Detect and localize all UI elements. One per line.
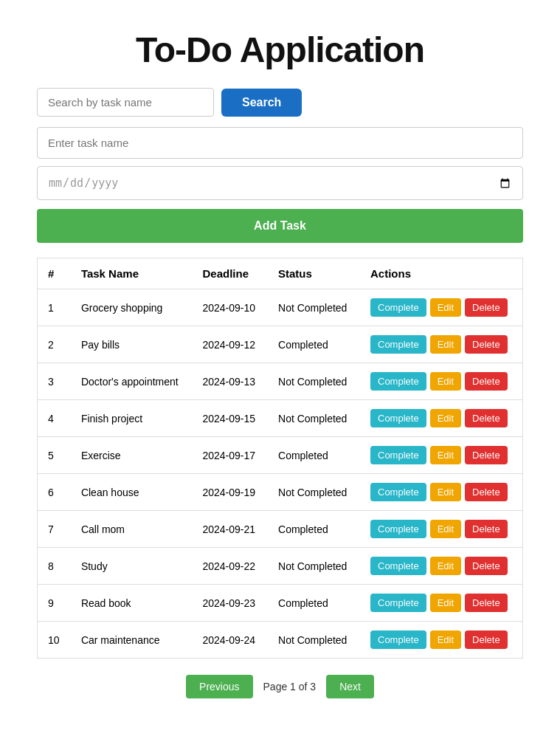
row-actions: CompleteEditDelete	[360, 289, 523, 326]
actions-cell: CompleteEditDelete	[370, 446, 512, 464]
row-task-name: Study	[71, 548, 193, 585]
complete-button[interactable]: Complete	[370, 483, 426, 501]
row-status: Not Completed	[268, 400, 360, 437]
complete-button[interactable]: Complete	[370, 630, 426, 649]
col-header-task: Task Name	[71, 258, 193, 289]
table-header-row: # Task Name Deadline Status Actions	[38, 258, 523, 289]
row-deadline: 2024-09-21	[192, 511, 268, 548]
row-task-name: Pay bills	[71, 326, 193, 363]
row-actions: CompleteEditDelete	[360, 474, 523, 511]
row-actions: CompleteEditDelete	[360, 548, 523, 585]
complete-button[interactable]: Complete	[370, 298, 426, 317]
row-deadline: 2024-09-13	[192, 363, 268, 400]
delete-button[interactable]: Delete	[465, 409, 508, 427]
actions-cell: CompleteEditDelete	[370, 630, 512, 649]
table-row: 5Exercise2024-09-17CompletedCompleteEdit…	[38, 437, 523, 474]
row-status: Completed	[268, 326, 360, 363]
page-title: To-Do Application	[37, 30, 523, 70]
row-actions: CompleteEditDelete	[360, 622, 523, 659]
row-number: 8	[38, 548, 71, 585]
complete-button[interactable]: Complete	[370, 557, 426, 575]
table-row: 1Grocery shopping2024-09-10Not Completed…	[38, 289, 523, 326]
row-status: Not Completed	[268, 548, 360, 585]
pagination: Previous Page 1 of 3 Next	[37, 675, 523, 698]
edit-button[interactable]: Edit	[430, 298, 461, 317]
row-actions: CompleteEditDelete	[360, 511, 523, 548]
edit-button[interactable]: Edit	[430, 446, 461, 464]
edit-button[interactable]: Edit	[430, 557, 461, 575]
row-actions: CompleteEditDelete	[360, 326, 523, 363]
table-row: 10Car maintenance2024-09-24Not Completed…	[38, 622, 523, 659]
table-row: 2Pay bills2024-09-12CompletedCompleteEdi…	[38, 326, 523, 363]
row-status: Completed	[268, 511, 360, 548]
actions-cell: CompleteEditDelete	[370, 335, 512, 354]
row-actions: CompleteEditDelete	[360, 363, 523, 400]
row-number: 4	[38, 400, 71, 437]
row-deadline: 2024-09-22	[192, 548, 268, 585]
edit-button[interactable]: Edit	[430, 594, 461, 612]
row-status: Not Completed	[268, 622, 360, 659]
complete-button[interactable]: Complete	[370, 594, 426, 612]
delete-button[interactable]: Delete	[465, 520, 508, 538]
row-deadline: 2024-09-17	[192, 437, 268, 474]
row-number: 7	[38, 511, 71, 548]
delete-button[interactable]: Delete	[465, 372, 508, 391]
search-input[interactable]	[37, 88, 214, 117]
task-table: # Task Name Deadline Status Actions 1Gro…	[37, 258, 523, 659]
row-deadline: 2024-09-24	[192, 622, 268, 659]
row-status: Not Completed	[268, 289, 360, 326]
row-number: 3	[38, 363, 71, 400]
complete-button[interactable]: Complete	[370, 520, 426, 538]
table-row: 6Clean house2024-09-19Not CompletedCompl…	[38, 474, 523, 511]
actions-cell: CompleteEditDelete	[370, 372, 512, 391]
edit-button[interactable]: Edit	[430, 409, 461, 427]
page-info: Page 1 of 3	[263, 681, 317, 693]
delete-button[interactable]: Delete	[465, 483, 508, 501]
search-button[interactable]: Search	[221, 89, 302, 117]
delete-button[interactable]: Delete	[465, 594, 508, 612]
row-number: 9	[38, 585, 71, 622]
edit-button[interactable]: Edit	[430, 520, 461, 538]
row-task-name: Grocery shopping	[71, 289, 193, 326]
row-actions: CompleteEditDelete	[360, 437, 523, 474]
row-deadline: 2024-09-12	[192, 326, 268, 363]
row-number: 10	[38, 622, 71, 659]
complete-button[interactable]: Complete	[370, 372, 426, 391]
row-actions: CompleteEditDelete	[360, 585, 523, 622]
date-input[interactable]	[37, 166, 523, 200]
row-status: Not Completed	[268, 363, 360, 400]
col-header-status: Status	[268, 258, 360, 289]
table-row: 9Read book2024-09-23CompletedCompleteEdi…	[38, 585, 523, 622]
complete-button[interactable]: Complete	[370, 335, 426, 354]
col-header-actions: Actions	[360, 258, 523, 289]
prev-button[interactable]: Previous	[186, 675, 252, 698]
delete-button[interactable]: Delete	[465, 557, 508, 575]
actions-cell: CompleteEditDelete	[370, 594, 512, 612]
edit-button[interactable]: Edit	[430, 630, 461, 649]
edit-button[interactable]: Edit	[430, 483, 461, 501]
edit-button[interactable]: Edit	[430, 372, 461, 391]
row-number: 2	[38, 326, 71, 363]
row-task-name: Car maintenance	[71, 622, 193, 659]
add-task-button[interactable]: Add Task	[37, 209, 523, 243]
search-row: Search	[37, 88, 523, 117]
task-name-input[interactable]	[37, 127, 523, 159]
edit-button[interactable]: Edit	[430, 335, 461, 354]
delete-button[interactable]: Delete	[465, 630, 508, 649]
delete-button[interactable]: Delete	[465, 298, 508, 317]
actions-cell: CompleteEditDelete	[370, 298, 512, 317]
next-button[interactable]: Next	[326, 675, 374, 698]
actions-cell: CompleteEditDelete	[370, 557, 512, 575]
complete-button[interactable]: Complete	[370, 446, 426, 464]
row-deadline: 2024-09-15	[192, 400, 268, 437]
delete-button[interactable]: Delete	[465, 446, 508, 464]
row-actions: CompleteEditDelete	[360, 400, 523, 437]
row-status: Not Completed	[268, 474, 360, 511]
row-status: Completed	[268, 585, 360, 622]
row-task-name: Clean house	[71, 474, 193, 511]
complete-button[interactable]: Complete	[370, 409, 426, 427]
delete-button[interactable]: Delete	[465, 335, 508, 354]
row-deadline: 2024-09-23	[192, 585, 268, 622]
table-row: 3Doctor's appointment2024-09-13Not Compl…	[38, 363, 523, 400]
table-row: 7Call mom2024-09-21CompletedCompleteEdit…	[38, 511, 523, 548]
